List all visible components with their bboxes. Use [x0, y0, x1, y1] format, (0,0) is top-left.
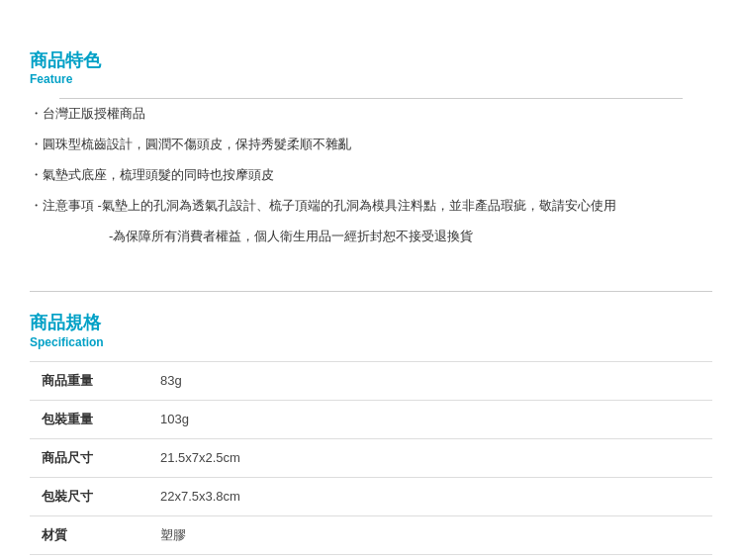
table-row: 商品重量83g [30, 361, 712, 400]
spec-label: 商品重量 [30, 361, 148, 400]
list-item: ・注意事項 -氣墊上的孔洞為透氣孔設計、梳子頂端的孔洞為模具注料點，並非產品瑕疵… [30, 191, 712, 222]
feature-list: ・台灣正版授權商品 ・圓珠型梳齒設計，圓潤不傷頭皮，保持秀髮柔順不雜亂 ・氣墊式… [30, 99, 712, 251]
spec-value: 塑膠 [148, 515, 712, 554]
feature-title-en: Feature [30, 72, 712, 86]
feature-section: 商品特色 Feature ・台灣正版授權商品 ・圓珠型梳齒設計，圓潤不傷頭皮，保… [0, 30, 742, 271]
spec-title-zh: 商品規格 [30, 312, 712, 334]
feature-title-zh: 商品特色 [30, 49, 712, 72]
spec-label: 包裝重量 [30, 400, 148, 438]
spec-header: 商品規格 Specification [30, 312, 712, 348]
spec-value: 21.5x7x2.5cm [148, 438, 712, 477]
spec-label: 產地 [30, 554, 148, 560]
spec-label: 材質 [30, 515, 148, 554]
table-row: 商品尺寸21.5x7x2.5cm [30, 438, 712, 477]
feature-header: 商品特色 Feature [30, 49, 712, 86]
spec-label: 包裝尺寸 [30, 477, 148, 515]
spec-table: 商品重量83g包裝重量103g商品尺寸21.5x7x2.5cm包裝尺寸22x7.… [30, 361, 712, 560]
spec-value: 中國 [148, 554, 712, 560]
list-item: ・台灣正版授權商品 [30, 99, 712, 130]
spec-value: 83g [148, 361, 712, 400]
list-item: ・圓珠型梳齒設計，圓潤不傷頭皮，保持秀髮柔順不雜亂 [30, 130, 712, 160]
page-container: 商品特色 Feature ・台灣正版授權商品 ・圓珠型梳齒設計，圓潤不傷頭皮，保… [0, 0, 742, 560]
spec-value: 22x7.5x3.8cm [148, 477, 712, 515]
list-item: -為保障所有消費者權益，個人衛生用品一經折封恕不接受退換貨 [30, 222, 712, 252]
specification-section: 商品規格 Specification 商品重量83g包裝重量103g商品尺寸21… [0, 292, 742, 560]
spec-title-en: Specification [30, 335, 712, 349]
spec-value: 103g [148, 400, 712, 438]
table-row: 產地中國 [30, 554, 712, 560]
list-item: ・氣墊式底座，梳理頭髮的同時也按摩頭皮 [30, 160, 712, 191]
table-row: 包裝重量103g [30, 400, 712, 438]
table-row: 材質塑膠 [30, 515, 712, 554]
table-row: 包裝尺寸22x7.5x3.8cm [30, 477, 712, 515]
spec-label: 商品尺寸 [30, 438, 148, 477]
